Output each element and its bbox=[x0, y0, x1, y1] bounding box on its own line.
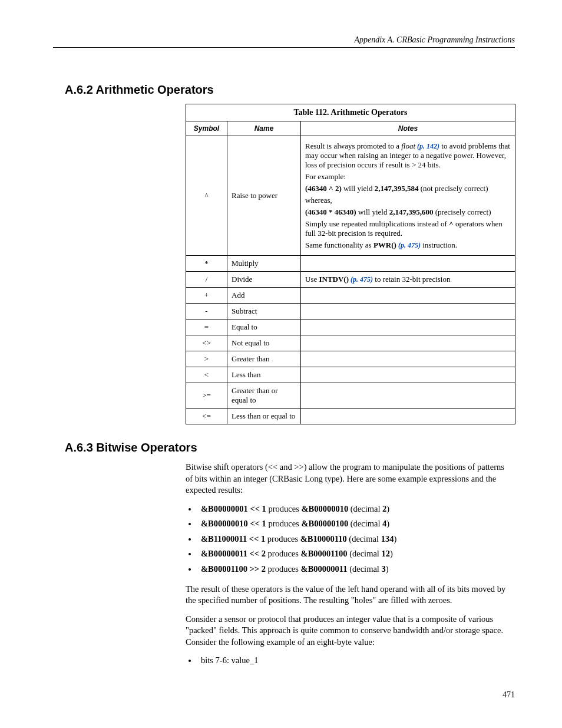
bitfield-list: bits 7-6: value_1 bbox=[186, 655, 509, 667]
table-row: - Subtract bbox=[186, 304, 515, 319]
symbol-cell: >= bbox=[186, 383, 227, 409]
note-text: will yield bbox=[356, 207, 389, 216]
expr-text: (46340 ^ 2) bbox=[305, 184, 342, 193]
list-item: &B00000001 << 1 produces &B00000010 (dec… bbox=[197, 503, 509, 515]
notes-cell bbox=[301, 367, 515, 383]
decimal-text: 12 bbox=[382, 549, 391, 558]
notes-cell bbox=[301, 383, 515, 409]
list-item: &B00000011 << 2 produces &B00001100 (dec… bbox=[197, 548, 509, 560]
name-cell: Less than or equal to bbox=[227, 409, 301, 424]
note-text: ) bbox=[386, 504, 389, 513]
note-text: Use bbox=[305, 275, 319, 284]
section-heading-arithmetic: A.6.2 Arithmetic Operators bbox=[65, 83, 515, 97]
table-row: >= Greater than or equal to bbox=[186, 383, 515, 409]
name-cell: Divide bbox=[227, 272, 301, 288]
notes-cell bbox=[301, 256, 515, 272]
expr-text: &B00000010 << 1 bbox=[201, 519, 266, 528]
page-header: Appendix A. CRBasic Programming Instruct… bbox=[53, 35, 515, 48]
float-term: float bbox=[401, 141, 415, 150]
note-text: (decimal bbox=[348, 519, 382, 528]
note-text: produces bbox=[266, 504, 302, 513]
notes-cell bbox=[301, 304, 515, 319]
value-text: &B00000100 bbox=[301, 519, 348, 528]
notes-cell bbox=[301, 288, 515, 304]
notes-cell bbox=[301, 351, 515, 367]
list-item: &B00000010 << 1 produces &B00000100 (dec… bbox=[197, 518, 509, 530]
note-text: to retain 32-bit precision bbox=[373, 275, 450, 284]
note-text: (decimal bbox=[348, 549, 382, 558]
symbol-cell: / bbox=[186, 272, 227, 288]
note-text: (decimal bbox=[348, 564, 382, 574]
bitwise-examples-list: &B00000001 << 1 produces &B00000010 (dec… bbox=[186, 503, 509, 575]
page-ref-link[interactable]: (p. 475) bbox=[396, 241, 421, 249]
name-cell: Subtract bbox=[227, 304, 301, 319]
table-row: / Divide Use INTDV() (p. 475) to retain … bbox=[186, 272, 515, 288]
table-caption: Table 112. Arithmetic Operators bbox=[186, 104, 515, 121]
list-item: &B00001100 >> 2 produces &B00000011 (dec… bbox=[197, 564, 509, 575]
notes-cell bbox=[301, 319, 515, 335]
name-cell: Multiply bbox=[227, 256, 301, 272]
value-text: 2,147,395,584 bbox=[375, 184, 419, 193]
body-paragraph: Consider a sensor or protocol that produ… bbox=[186, 614, 509, 648]
name-cell: Not equal to bbox=[227, 335, 301, 351]
expr-text: &B00000001 << 1 bbox=[201, 504, 266, 513]
body-paragraph: The result of these operators is the val… bbox=[186, 584, 509, 607]
note-text: Result is always promoted to a bbox=[305, 141, 401, 150]
page-number: 471 bbox=[53, 690, 515, 700]
section-heading-bitwise: A.6.3 Bitwise Operators bbox=[65, 441, 515, 454]
note-text: produces bbox=[266, 564, 301, 574]
symbol-cell: < bbox=[186, 367, 227, 383]
func-text: INTDV() bbox=[319, 275, 349, 284]
table-row: = Equal to bbox=[186, 319, 515, 335]
symbol-cell: = bbox=[186, 319, 227, 335]
decimal-text: 134 bbox=[381, 534, 394, 543]
table-row: + Add bbox=[186, 288, 515, 304]
name-cell: Equal to bbox=[227, 319, 301, 335]
value-text: &B00001100 bbox=[301, 549, 348, 558]
note-text: produces bbox=[266, 549, 301, 558]
expr-text: &B11000011 << 1 bbox=[201, 534, 265, 543]
table-row: < Less than bbox=[186, 367, 515, 383]
table-row: * Multiply bbox=[186, 256, 515, 272]
expr-text: &B00000011 << 2 bbox=[201, 549, 266, 558]
value-text: &B10000110 bbox=[300, 534, 347, 543]
table-row: <> Not equal to bbox=[186, 335, 515, 351]
note-text: produces bbox=[266, 519, 302, 528]
symbol-cell: <= bbox=[186, 409, 227, 424]
note-text: (decimal bbox=[347, 534, 381, 543]
note-text: ) bbox=[386, 564, 389, 574]
page-ref-link[interactable]: (p. 475) bbox=[349, 275, 373, 284]
symbol-cell: <> bbox=[186, 335, 227, 351]
table-row: > Greater than bbox=[186, 351, 515, 367]
decimal-text: 3 bbox=[382, 564, 386, 574]
page-ref-link[interactable]: (p. 142) bbox=[415, 142, 439, 150]
arithmetic-operators-table: Table 112. Arithmetic Operators Symbol N… bbox=[186, 104, 515, 424]
expr-text: (46340 * 46340) bbox=[305, 207, 356, 216]
note-text: For example: bbox=[305, 172, 511, 182]
symbol-cell: ^ bbox=[186, 136, 227, 256]
name-cell: Raise to power bbox=[227, 136, 301, 256]
note-text: produces bbox=[265, 534, 300, 543]
note-text: (decimal bbox=[348, 504, 382, 513]
symbol-cell: - bbox=[186, 304, 227, 319]
note-text: (precisely correct) bbox=[433, 207, 491, 216]
note-text: ) bbox=[390, 549, 393, 558]
notes-cell: Result is always promoted to a float (p.… bbox=[301, 136, 515, 256]
list-item: &B11000011 << 1 produces &B10000110 (dec… bbox=[197, 533, 509, 545]
col-notes-header: Notes bbox=[301, 121, 515, 136]
name-cell: Greater than bbox=[227, 351, 301, 367]
value-text: 2,147,395,600 bbox=[389, 207, 434, 216]
value-text: &B00000010 bbox=[301, 504, 348, 513]
symbol-cell: * bbox=[186, 256, 227, 272]
body-paragraph: Bitwise shift operators (<< and >>) allo… bbox=[186, 462, 509, 496]
table-row: ^ Raise to power Result is always promot… bbox=[186, 136, 515, 256]
note-text: (not precisely correct) bbox=[418, 184, 488, 193]
notes-cell: Use INTDV() (p. 475) to retain 32-bit pr… bbox=[301, 272, 515, 288]
col-name-header: Name bbox=[227, 121, 301, 136]
expr-text: &B00001100 >> 2 bbox=[201, 564, 266, 574]
list-item: bits 7-6: value_1 bbox=[197, 655, 509, 667]
table-row: <= Less than or equal to bbox=[186, 409, 515, 424]
name-cell: Greater than or equal to bbox=[227, 383, 301, 409]
note-text: ) bbox=[394, 534, 396, 543]
symbol-cell: + bbox=[186, 288, 227, 304]
